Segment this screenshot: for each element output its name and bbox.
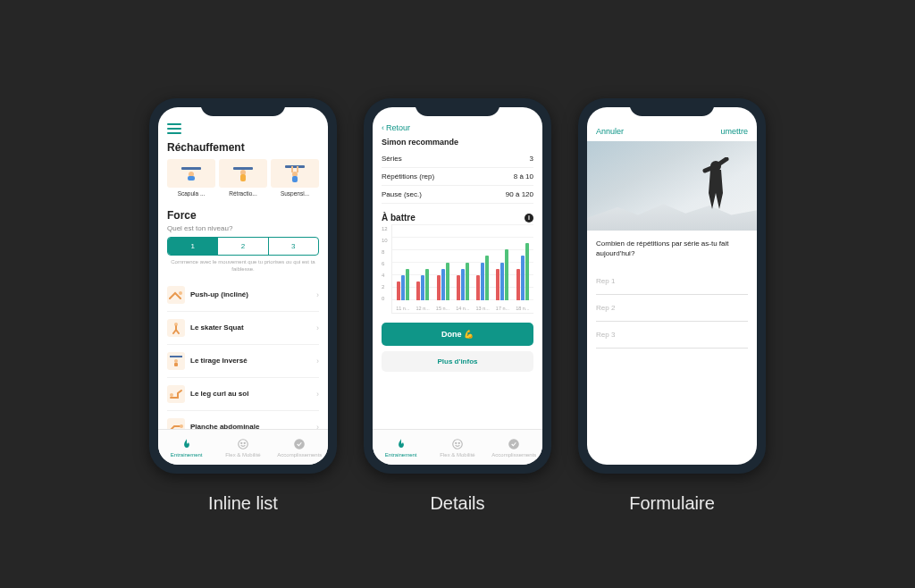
level-segment-control[interactable]: 1 2 3 bbox=[167, 237, 319, 256]
chevron-right-icon: › bbox=[316, 323, 319, 332]
chart-y-axis: 121086420 bbox=[382, 224, 388, 314]
rep-2-field[interactable]: Rep 2 bbox=[596, 295, 748, 322]
list-item[interactable]: Le leg curl au sol › bbox=[167, 378, 319, 411]
svg-point-17 bbox=[180, 424, 183, 428]
caption: Inline list bbox=[149, 493, 337, 514]
svg-rect-6 bbox=[285, 165, 305, 168]
exercise-thumb-icon bbox=[167, 352, 185, 370]
form-question: Combien de répétitions par série as-tu f… bbox=[596, 239, 748, 259]
flame-icon bbox=[395, 438, 407, 450]
warmup-thumb bbox=[167, 159, 215, 188]
rep-3-field[interactable]: Rep 3 bbox=[596, 322, 748, 349]
chevron-right-icon: › bbox=[316, 290, 319, 299]
more-info-button[interactable]: Plus d'infos bbox=[382, 351, 533, 372]
list-item[interactable]: Le tirage Inversé › bbox=[167, 345, 319, 378]
warmup-thumb bbox=[271, 159, 319, 188]
list-item[interactable]: Le skater Squat › bbox=[167, 312, 319, 345]
rec-value: 3 bbox=[530, 155, 533, 163]
done-button[interactable]: Done 💪 bbox=[382, 323, 533, 346]
warmup-label: Scapula ... bbox=[178, 190, 206, 197]
svg-rect-5 bbox=[240, 174, 246, 181]
menu-button[interactable] bbox=[167, 123, 181, 134]
caption: Details bbox=[364, 493, 551, 514]
segment-3[interactable]: 3 bbox=[268, 238, 318, 255]
warmup-item[interactable]: Scapula ... bbox=[167, 159, 215, 197]
warmup-thumb bbox=[219, 159, 267, 188]
smile-icon bbox=[451, 438, 464, 450]
tab-label: Accomplissements bbox=[491, 452, 536, 458]
force-title: Force bbox=[167, 209, 319, 222]
warmup-label: Suspensi... bbox=[281, 190, 309, 197]
check-circle-icon bbox=[293, 438, 306, 450]
hero-image bbox=[587, 141, 757, 231]
rep-1-field[interactable]: Rep 1 bbox=[596, 268, 748, 295]
chevron-left-icon: ‹ bbox=[382, 123, 384, 132]
exercise-thumb-icon bbox=[167, 385, 185, 403]
screen-details: ‹ Retour Simon recommande Séries 3 Répét… bbox=[373, 107, 542, 465]
tab-flex[interactable]: Flex & Mobilité bbox=[214, 430, 271, 465]
tab-label: Entrainement bbox=[171, 452, 203, 458]
rec-value: 90 à 120 bbox=[506, 190, 533, 198]
rec-row: Pause (sec.) 90 à 120 bbox=[382, 186, 533, 204]
phone-inline-list: Réchauffement Scapula ... Rétractio... bbox=[149, 98, 337, 474]
info-icon[interactable]: i bbox=[525, 214, 533, 223]
rec-value: 8 à 10 bbox=[514, 172, 533, 181]
warmup-item[interactable]: Rétractio... bbox=[219, 159, 267, 197]
tab-label: Entrainement bbox=[385, 452, 417, 458]
rec-label: Séries bbox=[382, 155, 402, 163]
rec-row: Séries 3 bbox=[382, 150, 533, 168]
submit-button[interactable]: umettre bbox=[720, 127, 748, 136]
hint-text: Commence avec le mouvement que tu priori… bbox=[167, 259, 319, 273]
phone-notch bbox=[416, 98, 500, 116]
exercise-name: Le leg curl au sol bbox=[190, 390, 311, 398]
person-silhouette-icon bbox=[696, 157, 732, 211]
warmup-item[interactable]: Suspensi... bbox=[271, 159, 319, 197]
svg-point-23 bbox=[456, 442, 457, 443]
svg-rect-10 bbox=[292, 176, 298, 182]
recommend-title: Simon recommande bbox=[382, 138, 533, 147]
tab-flex[interactable]: Flex & Mobilité bbox=[429, 430, 485, 465]
cancel-button[interactable]: Annuler bbox=[596, 127, 624, 136]
segment-1[interactable]: 1 bbox=[168, 238, 217, 255]
back-button[interactable]: ‹ Retour bbox=[382, 123, 533, 132]
svg-rect-15 bbox=[174, 363, 178, 366]
svg-point-16 bbox=[170, 393, 173, 397]
tab-entrainement[interactable]: Entrainement bbox=[373, 430, 429, 465]
tab-label: Flex & Mobilité bbox=[225, 452, 260, 458]
captions-row: Inline list Details Formulaire bbox=[149, 493, 766, 514]
exercise-thumb-icon bbox=[167, 418, 185, 429]
exercise-name: Le tirage Inversé bbox=[190, 357, 311, 365]
svg-rect-13 bbox=[170, 356, 182, 357]
tab-bar: Entrainement Flex & Mobilité Accomplisse… bbox=[158, 429, 328, 465]
segment-2[interactable]: 2 bbox=[217, 238, 267, 255]
screen-form: Annuler umettre Combien de répétitions p… bbox=[587, 107, 757, 465]
svg-rect-3 bbox=[233, 167, 253, 170]
tab-accomplissements[interactable]: Accomplissements bbox=[272, 430, 328, 465]
exercise-name: Push-up (incliné) bbox=[190, 290, 311, 298]
phone-notch bbox=[201, 98, 286, 116]
svg-point-19 bbox=[241, 442, 242, 443]
tab-label: Accomplissements bbox=[277, 452, 322, 458]
chevron-right-icon: › bbox=[316, 390, 319, 399]
exercise-thumb-icon bbox=[167, 286, 185, 304]
list-item[interactable]: Planche abdominale › bbox=[167, 411, 319, 429]
form-top-bar: Annuler umettre bbox=[596, 123, 748, 136]
warmup-label: Rétractio... bbox=[229, 190, 256, 197]
phone-details: ‹ Retour Simon recommande Séries 3 Répét… bbox=[364, 98, 551, 474]
warmup-title: Réchauffement bbox=[167, 141, 319, 154]
abattre-header: À battre i bbox=[382, 213, 533, 223]
warmup-row: Scapula ... Rétractio... Suspensi... bbox=[167, 159, 319, 197]
svg-point-20 bbox=[244, 442, 245, 443]
svg-point-22 bbox=[453, 439, 463, 449]
exercise-name: Le skater Squat bbox=[190, 323, 311, 332]
tab-entrainement[interactable]: Entrainement bbox=[158, 430, 214, 465]
chart-area: 11 n...12 n...15 n...14 n...13 n...17 n.… bbox=[391, 224, 533, 314]
check-circle-icon bbox=[508, 438, 520, 450]
rec-row: Répétitions (rep) 8 à 10 bbox=[382, 168, 533, 186]
list-item[interactable]: Push-up (incliné) › bbox=[167, 279, 319, 312]
tab-accomplissements[interactable]: Accomplissements bbox=[486, 430, 542, 465]
chart: 121086420 11 n...12 n...15 n...14 n...13… bbox=[382, 224, 533, 314]
svg-point-11 bbox=[179, 291, 182, 295]
phones-row: Réchauffement Scapula ... Rétractio... bbox=[149, 98, 766, 474]
phone-form: Annuler umettre Combien de répétitions p… bbox=[578, 98, 766, 474]
